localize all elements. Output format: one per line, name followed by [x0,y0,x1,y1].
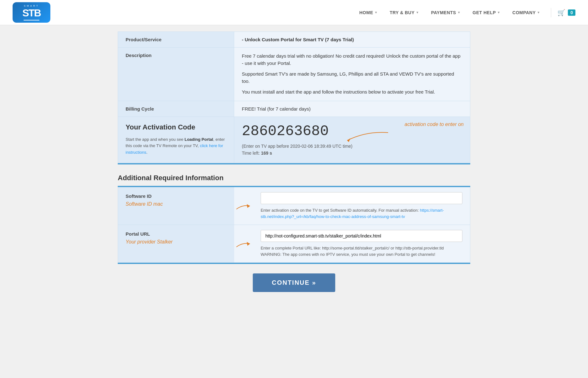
portal-url-arrow-area [234,225,253,262]
instructions-link[interactable]: click here for instructions [126,143,223,155]
activation-title: Your Activation Code [126,123,226,131]
activation-annotation: activation code to enter on [404,122,464,127]
portal-url-annotation: Your provider Stalker [126,239,227,245]
additional-section-title: Additional Required Information [118,174,470,186]
nav-label-payments: PAYMENTS [431,10,456,15]
chevron-down-icon: ▼ [374,11,377,14]
logo-area: SMART STB [13,2,50,23]
main-content: Product/Service - Unlock Custom Portal f… [105,25,483,311]
header: SMART STB HOME ▼ TRY & BUY ▼ PAYMENTS ▼ … [0,0,588,25]
description-row: Description Free 7 calendar days trial w… [118,48,470,101]
software-id-label-col: Software ID Software ID mac [118,187,234,225]
table-bottom-border [118,163,470,164]
nav-label-get-help: GET HELP [472,10,496,15]
software-id-link[interactable]: https://smart-stb.net/index.php?_url=/kb… [261,208,444,219]
product-service-row: Product/Service - Unlock Custom Portal f… [118,32,470,48]
chevron-down-icon: ▼ [457,11,461,14]
description-value: Free 7 calendar days trial with no oblig… [234,48,470,101]
portal-url-label: Portal URL [126,231,227,237]
cart-badge: 0 [568,9,575,16]
svg-marker-0 [347,138,350,142]
software-id-arrow-area [234,187,253,225]
software-id-arrow-icon [235,200,252,212]
software-id-value-col: Enter activation code on the TV to get S… [253,187,470,225]
additional-bottom-border [118,263,470,264]
portal-url-arrow-icon [235,238,252,250]
time-left-value: 169 s [261,151,272,156]
nav-divider [551,8,551,17]
desc-para-1: Free 7 calendar days trial with no oblig… [242,53,462,67]
nav-label-company: COMPANY [512,10,536,15]
time-left-label: Time left: [242,151,260,156]
activation-label-cell: Your Activation Code Start the app and w… [118,117,234,163]
chevron-down-icon: ▼ [537,11,540,14]
annotation-arrow-icon [328,129,391,145]
continue-area: CONTINUE » [118,273,470,292]
portal-url-label-col: Portal URL Your provider Stalker [118,225,234,262]
software-id-row: Software ID Software ID mac Enter activa… [118,187,470,225]
portal-url-hint: Enter a complete Portal URL like: http:/… [261,245,462,257]
billing-cycle-row: Billing Cycle FREE! Trial (for 7 calenda… [118,101,470,117]
chevron-down-icon: ▼ [416,11,419,14]
billing-cycle-value: FREE! Trial (for 7 calendar days) [234,101,470,117]
logo: SMART STB [13,2,50,23]
continue-button[interactable]: CONTINUE » [253,273,335,292]
activation-code-cell: activation code to enter on 2860263680 (… [234,117,470,163]
nav-item-company[interactable]: COMPANY ▼ [508,8,545,18]
nav-item-home[interactable]: HOME ▼ [355,8,382,18]
product-service-label: Product/Service [118,32,234,48]
nav-label-home: HOME [359,10,373,15]
software-id-annotation: Software ID mac [126,201,227,207]
portal-url-value-col: Enter a complete Portal URL like: http:/… [253,225,470,262]
cart-icon: 🛒 [557,9,565,16]
billing-cycle-label: Billing Cycle [118,101,234,117]
loading-portal-bold: Loading Portal [184,137,213,142]
desc-para-3: You must install and start the app and f… [242,89,462,96]
nav-item-payments[interactable]: PAYMENTS ▼ [427,8,465,18]
nav-label-try-buy: TRY & BUY [390,10,415,15]
software-id-hint: Enter activation code on the TV to get S… [261,207,462,220]
activation-code-row: Your Activation Code Start the app and w… [118,117,470,163]
software-id-input[interactable] [261,192,462,204]
software-id-label: Software ID [126,193,227,199]
desc-para-2: Supported Smart TV's are made by Samsung… [242,71,462,85]
portal-url-row: Portal URL Your provider Stalker Enter a… [118,225,470,263]
description-label: Description [118,48,234,101]
svg-marker-1 [247,204,250,208]
nav-item-try-buy[interactable]: TRY & BUY ▼ [385,8,424,18]
product-info-table: Product/Service - Unlock Custom Portal f… [118,32,470,163]
portal-url-input[interactable] [261,230,462,242]
chevron-down-icon: ▼ [497,11,500,14]
activation-instructions: Start the app and when you see Loading P… [126,136,226,156]
svg-marker-2 [247,242,250,246]
nav-item-get-help[interactable]: GET HELP ▼ [468,8,505,18]
cart-area[interactable]: 🛒 0 [557,9,575,16]
product-service-value: - Unlock Custom Portal for Smart TV (7 d… [234,32,470,48]
main-nav: HOME ▼ TRY & BUY ▼ PAYMENTS ▼ GET HELP ▼… [355,8,575,18]
